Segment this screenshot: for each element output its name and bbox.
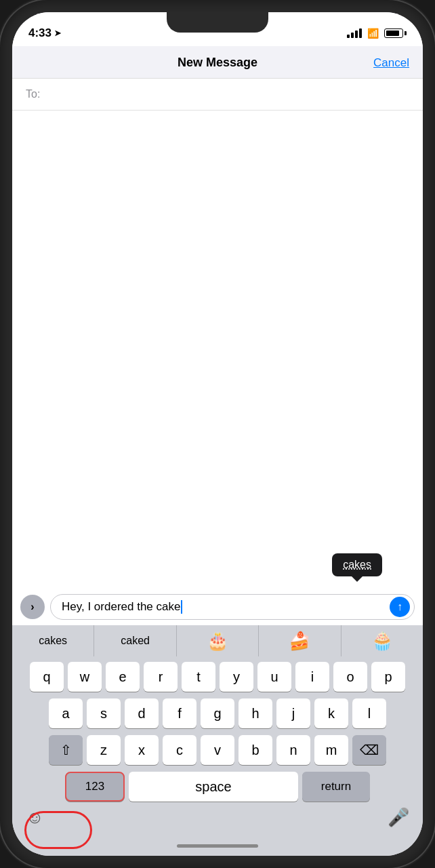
autocomplete-item-cakes[interactable]: cakes (12, 625, 94, 656)
autocomplete-item-caked[interactable]: caked (94, 625, 176, 656)
key-y[interactable]: y (220, 662, 253, 692)
key-i[interactable]: i (295, 662, 329, 692)
message-input[interactable]: Hey, I ordered the cake ↑ (50, 594, 415, 620)
header-title: New Message (178, 56, 257, 70)
battery-icon (384, 28, 407, 38)
key-e[interactable]: e (106, 662, 140, 692)
status-icons: 📶 (347, 28, 407, 39)
autocomplete-bar: cakes caked 🎂 🍰 🧁 (12, 625, 423, 656)
keyboard: q w e r t y u i o p a s d f g h j k (12, 656, 423, 804)
shift-key[interactable]: ⇧ (49, 735, 83, 765)
input-area-wrapper: cakes › Hey, I ordered the cake ↑ (12, 589, 423, 625)
message-header: New Message Cancel (12, 46, 423, 79)
numbers-label: 123 (85, 780, 104, 793)
key-row-4: 123 space return (15, 772, 420, 802)
input-text: Hey, I ordered the cake (62, 600, 180, 614)
key-row-2: a s d f g h j k l (15, 698, 420, 728)
microphone-icon[interactable]: 🎤 (388, 807, 409, 828)
key-z[interactable]: z (87, 735, 121, 765)
key-w[interactable]: w (68, 662, 102, 692)
wifi-icon: 📶 (367, 28, 379, 39)
to-label: To: (26, 88, 40, 100)
return-key[interactable]: return (302, 772, 370, 802)
autocomplete-tooltip[interactable]: cakes (332, 553, 382, 576)
key-q[interactable]: q (30, 662, 64, 692)
key-t[interactable]: t (182, 662, 215, 692)
time-display: 4:33 (28, 26, 51, 40)
key-l[interactable]: l (352, 698, 386, 728)
cursor (181, 600, 182, 614)
key-o[interactable]: o (333, 662, 367, 692)
key-m[interactable]: m (314, 735, 348, 765)
expand-button[interactable]: › (20, 595, 45, 619)
key-k[interactable]: k (314, 698, 348, 728)
key-g[interactable]: g (201, 698, 234, 728)
key-v[interactable]: v (201, 735, 234, 765)
key-row-1: q w e r t y u i o p (15, 662, 420, 692)
cake-emoji-2: 🍰 (289, 631, 310, 652)
key-d[interactable]: d (125, 698, 159, 728)
status-time: 4:33 ➤ (28, 26, 61, 40)
to-field[interactable]: To: (12, 79, 423, 111)
cake-emoji-1: 🎂 (207, 631, 228, 652)
key-r[interactable]: r (144, 662, 178, 692)
location-icon: ➤ (54, 28, 61, 38)
autocomplete-text-caked: caked (121, 635, 150, 647)
send-icon: ↑ (397, 601, 402, 613)
message-body[interactable] (12, 111, 423, 589)
signal-icon (347, 28, 362, 38)
key-row-3: ⇧ z x c v b n m ⌫ (15, 735, 420, 765)
key-x[interactable]: x (125, 735, 159, 765)
key-p[interactable]: p (371, 662, 405, 692)
return-label: return (321, 780, 351, 793)
phone-frame: 4:33 ➤ 📶 New M (0, 0, 435, 868)
notch (167, 12, 268, 33)
key-b[interactable]: b (239, 735, 272, 765)
message-input-container: Hey, I ordered the cake ↑ (50, 594, 415, 620)
space-key[interactable]: space (129, 772, 298, 802)
bottom-bar: ☺ 🎤 (12, 804, 423, 835)
key-c[interactable]: c (163, 735, 196, 765)
tooltip-text: cakes (343, 559, 371, 570)
emoji-icon[interactable]: ☺ (26, 807, 44, 828)
send-button[interactable]: ↑ (390, 597, 410, 617)
key-j[interactable]: j (276, 698, 310, 728)
key-h[interactable]: h (239, 698, 272, 728)
home-bar (177, 844, 258, 848)
autocomplete-text-cakes: cakes (39, 635, 67, 647)
numbers-key[interactable]: 123 (65, 772, 125, 802)
key-u[interactable]: u (257, 662, 291, 692)
autocomplete-item-emoji1[interactable]: 🎂 (177, 625, 259, 656)
space-label: space (195, 779, 231, 795)
delete-key[interactable]: ⌫ (352, 735, 386, 765)
home-indicator (12, 835, 423, 856)
autocomplete-item-emoji2[interactable]: 🍰 (259, 625, 341, 656)
cake-emoji-3: 🧁 (371, 631, 393, 652)
key-s[interactable]: s (87, 698, 121, 728)
key-n[interactable]: n (276, 735, 310, 765)
screen: 4:33 ➤ 📶 New M (12, 12, 423, 856)
cancel-button[interactable]: Cancel (373, 56, 409, 70)
input-row: › Hey, I ordered the cake ↑ (20, 594, 415, 620)
key-a[interactable]: a (49, 698, 83, 728)
autocomplete-item-emoji3[interactable]: 🧁 (341, 625, 423, 656)
key-f[interactable]: f (163, 698, 196, 728)
